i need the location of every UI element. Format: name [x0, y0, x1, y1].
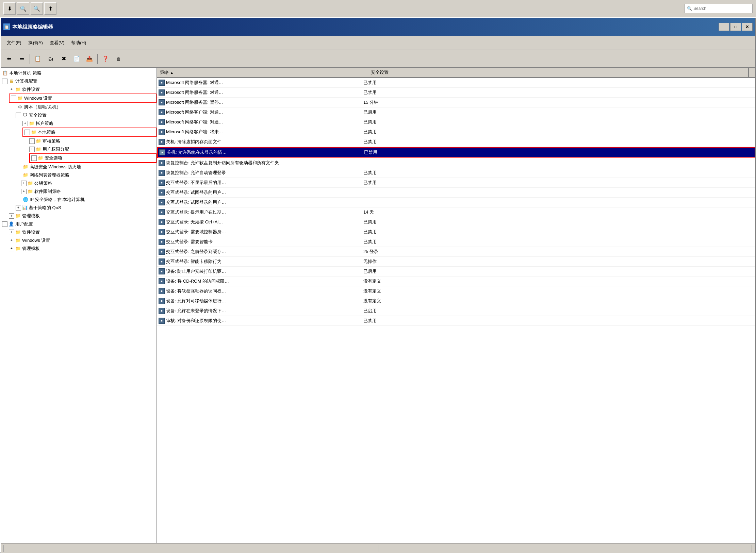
- expander-security-options[interactable]: +: [31, 155, 37, 161]
- policy-row-16[interactable]: ■ 交互式登录: 需要智能卡 已禁用: [157, 237, 755, 247]
- policy-row-1[interactable]: ■ Microsoft 网络服务器: 对通… 已禁用: [157, 88, 755, 98]
- policy-icon-8: ■: [159, 160, 165, 166]
- policy-row-18[interactable]: ■ 交互式登录: 智能卡移除行为 无操作: [157, 257, 755, 267]
- minimize-button[interactable]: ─: [719, 23, 729, 31]
- tree-item-software-restrict[interactable]: + 📁 软件限制策略: [1, 187, 157, 196]
- restore-button[interactable]: □: [730, 23, 741, 31]
- search-input[interactable]: [693, 6, 750, 11]
- tree-item-user-software[interactable]: + 📁 软件设置: [1, 228, 157, 236]
- expander-computer-config[interactable]: −: [2, 79, 7, 84]
- policy-row-10[interactable]: ■ 交互式登录: 不显示最后的用… 已禁用: [157, 178, 755, 188]
- policy-row-24[interactable]: ■ 审核: 对备份和还原权限的使… 已禁用: [157, 316, 755, 326]
- forward-button[interactable]: ➡: [16, 53, 28, 65]
- policy-name-9: 恢复控制台: 允许自动管理登录: [166, 169, 363, 177]
- tree-item-qos[interactable]: + 📊 基于策略的 QoS: [1, 204, 157, 212]
- menu-help[interactable]: 帮助(H): [68, 38, 89, 47]
- tree-item-admin-templates1[interactable]: + 📁 管理模板: [1, 212, 157, 220]
- expander-user-admin[interactable]: +: [9, 246, 14, 251]
- expander-local-policy[interactable]: −: [24, 130, 30, 135]
- policy-row-9[interactable]: ■ 恢复控制台: 允许自动管理登录 已禁用: [157, 168, 755, 178]
- expander-account-policy[interactable]: +: [22, 121, 28, 126]
- properties-button[interactable]: 📄: [70, 53, 83, 65]
- qos-icon: 📊: [22, 205, 28, 211]
- menu-view[interactable]: 查看(V): [46, 38, 68, 47]
- help-button[interactable]: ❓: [99, 53, 112, 65]
- expander-software-settings[interactable]: +: [9, 87, 14, 92]
- tree-item-local-policy[interactable]: − 📁 本地策略: [23, 128, 156, 136]
- os-back-button[interactable]: ⬇: [3, 2, 16, 15]
- expander-software-restrict[interactable]: +: [21, 189, 27, 194]
- tree-label-audit-policy: 审核策略: [43, 138, 60, 145]
- view-button[interactable]: 🗂: [45, 53, 57, 65]
- policy-value-9: 已禁用: [363, 169, 754, 177]
- tree-item-scripts[interactable]: ⚙ 脚本（启动/关机）: [1, 103, 157, 111]
- show-hide-button[interactable]: 📋: [32, 53, 44, 65]
- menu-action[interactable]: 操作(A): [25, 38, 46, 47]
- policy-row-6[interactable]: ■ 关机: 清除虚拟内存页面文件 已禁用: [157, 137, 755, 147]
- policy-row-21[interactable]: ■ 设备: 将软盘驱动器的访问权… 没有定义: [157, 286, 755, 296]
- expander-security-settings[interactable]: −: [16, 113, 21, 118]
- tree-item-user-windows[interactable]: + 📁 Windows 设置: [1, 236, 157, 245]
- tree-item-account-policy[interactable]: + 📁 帐户策略: [1, 119, 157, 128]
- back-button[interactable]: ⬅: [3, 53, 15, 65]
- policy-icon-16: ■: [159, 239, 165, 245]
- os-search-btn[interactable]: 🔍: [17, 2, 29, 15]
- policy-value-1: 已禁用: [363, 88, 754, 97]
- policy-row-5[interactable]: ■ Microsoft 网络客户端: 将未… 已禁用: [157, 127, 755, 137]
- policy-row-3[interactable]: ■ Microsoft 网络客户端: 对通… 已启用: [157, 107, 755, 117]
- policy-row-20[interactable]: ■ 设备: 将 CD-ROM 的访问权限… 没有定义: [157, 276, 755, 286]
- expander-user-rights[interactable]: +: [29, 147, 35, 152]
- policy-row-2[interactable]: ■ Microsoft 网络服务器: 暂停… 15 分钟: [157, 98, 755, 107]
- policy-row-14[interactable]: ■ 交互式登录: 无须按 Ctrl+Al… 已禁用: [157, 217, 755, 227]
- os-zoom-in-btn[interactable]: 🔍: [31, 2, 43, 15]
- policy-row-17[interactable]: ■ 交互式登录: 之前登录到缓存… 25 登录: [157, 247, 755, 257]
- expander-user-windows[interactable]: +: [9, 238, 14, 243]
- tree-item-network-list[interactable]: 📁 网络列表管理器策略: [1, 171, 157, 179]
- policy-column-header[interactable]: 策略 ▲: [157, 68, 368, 77]
- os-upload-btn[interactable]: ⬆: [44, 2, 56, 15]
- policy-row-8[interactable]: ■ 恢复控制台: 允许软盘复制开访问所有驱动器和所有文件夹: [157, 158, 755, 168]
- security-column-header[interactable]: 安全设置: [368, 68, 749, 77]
- policy-row-23[interactable]: ■ 设备: 允许在未登录的情况下… 已启用: [157, 306, 755, 316]
- expander-user-software[interactable]: +: [9, 230, 14, 235]
- tree-item-public-key[interactable]: + 📁 公钥策略: [1, 179, 157, 187]
- firewall-icon: 📁: [22, 164, 29, 170]
- tree-item-firewall[interactable]: 📁 高级安全 Windows 防火墙: [1, 163, 157, 171]
- os-search-box[interactable]: 🔍: [685, 4, 753, 13]
- tree-item-user-config[interactable]: − 👤 用户配置: [1, 220, 157, 228]
- export-button[interactable]: 📤: [83, 53, 96, 65]
- tree-item-security-options[interactable]: + 📁 安全选项: [30, 154, 156, 162]
- expander-user-config[interactable]: −: [2, 221, 7, 227]
- expander-admin-templates1[interactable]: +: [9, 213, 14, 219]
- policy-row-4[interactable]: ■ Microsoft 网络客户端: 对通… 已禁用: [157, 117, 755, 127]
- policy-row-13[interactable]: ■ 交互式登录: 提示用户在过期… 14 天: [157, 207, 755, 217]
- policy-row-15[interactable]: ■ 交互式登录: 需要域控制器身… 已禁用: [157, 227, 755, 237]
- tree-item-user-admin[interactable]: + 📁 管理模板: [1, 245, 157, 253]
- menu-bar: 文件(F) 操作(A) 查看(V) 帮助(H): [1, 36, 755, 50]
- expander-public-key[interactable]: +: [21, 181, 27, 186]
- policy-row-22[interactable]: ■ 设备: 允许对可移动媒体进行… 没有定义: [157, 296, 755, 306]
- tree-label-network-list: 网络列表管理器策略: [30, 172, 69, 179]
- policy-name-16: 交互式登录: 需要智能卡: [166, 238, 363, 246]
- expander-qos[interactable]: +: [16, 205, 21, 211]
- menu-file[interactable]: 文件(F): [3, 38, 25, 47]
- close-button[interactable]: ✕: [742, 23, 753, 31]
- policy-row-19[interactable]: ■ 设备: 防止用户安装打印机驱… 已启用: [157, 267, 755, 276]
- policy-list[interactable]: ■ Microsoft 网络服务器: 对通… 已禁用 ■ Microsoft 网…: [157, 78, 755, 543]
- tree-root[interactable]: 📋 本地计算机 策略: [1, 69, 157, 77]
- tree-item-windows-settings[interactable]: − 📁 Windows 设置: [10, 94, 156, 102]
- policy-row-12[interactable]: ■ 交互式登录: 试图登录的用户…: [157, 198, 755, 207]
- policy-row-11[interactable]: ■ 交互式登录: 试图登录的用户…: [157, 188, 755, 198]
- tree-item-ip-security[interactable]: 🌐 IP 安全策略，在 本地计算机: [1, 196, 157, 204]
- policy-row-7[interactable]: ■ 关机: 允许系统在未登录的情… 已禁用: [158, 148, 755, 157]
- tree-item-security-settings[interactable]: − 🛡 安全设置: [1, 111, 157, 119]
- policy-row-0[interactable]: ■ Microsoft 网络服务器: 对通… 已禁用: [157, 78, 755, 88]
- expander-audit-policy[interactable]: +: [29, 138, 35, 144]
- tree-item-user-rights[interactable]: + 📁 用户权限分配: [1, 145, 157, 153]
- tree-item-software-settings[interactable]: + 📁 软件设置: [1, 85, 157, 94]
- expander-windows-settings[interactable]: −: [11, 96, 16, 101]
- tree-item-audit-policy[interactable]: + 📁 审核策略: [1, 137, 157, 145]
- delete-button[interactable]: ✖: [57, 53, 70, 65]
- tree-item-computer-config[interactable]: − 🖥 计算机配置: [1, 77, 157, 85]
- extra-button[interactable]: 🖥: [112, 53, 125, 65]
